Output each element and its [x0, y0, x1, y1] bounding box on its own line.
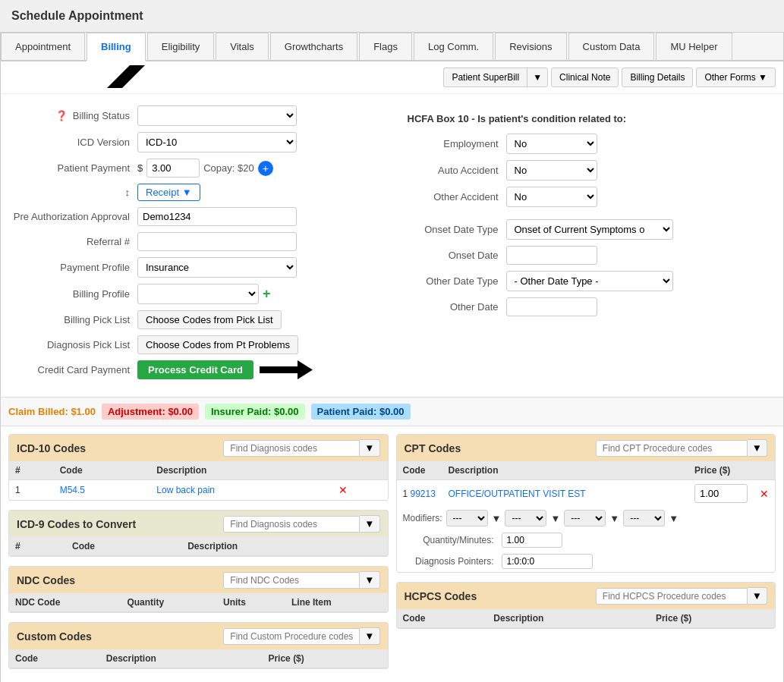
billing-details-button[interactable]: Billing Details — [622, 68, 693, 87]
icd10-col-num: # — [9, 461, 54, 480]
ndc-find-input[interactable] — [223, 572, 360, 589]
custom-find-group: ▼ — [223, 627, 379, 645]
tab-log-comm[interactable]: Log Comm. — [414, 33, 493, 60]
modifiers-row: Modifiers: --- ▼ --- ▼ --- ▼ --- ▼ — [397, 507, 776, 530]
tab-revisions[interactable]: Revisions — [495, 33, 566, 60]
hcpcs-find-group: ▼ — [596, 587, 767, 605]
tab-vitals[interactable]: Vitals — [216, 33, 269, 60]
hcpcs-find-button[interactable]: ▼ — [748, 587, 767, 605]
custom-find-button[interactable]: ▼ — [360, 627, 379, 645]
icd10-row-num: 1 — [9, 480, 54, 501]
tab-eligibility[interactable]: Eligibility — [147, 33, 215, 60]
tab-growthcharts[interactable]: Growthcharts — [270, 33, 357, 60]
icd10-code-link[interactable]: M54.5 — [60, 485, 85, 495]
cpt-price-input[interactable] — [694, 484, 748, 503]
pre-auth-input[interactable] — [137, 207, 297, 226]
cpt-row-delete: ✕ — [754, 480, 775, 508]
tab-appointment[interactable]: Appointment — [1, 33, 85, 60]
payment-profile-row: Payment Profile Insurance — [8, 257, 385, 278]
cpt-desc-link[interactable]: OFFICE/OUTPATIENT VISIT EST — [449, 489, 586, 499]
icd9-find-button[interactable]: ▼ — [360, 515, 379, 533]
cpt-code-link[interactable]: 99213 — [411, 489, 436, 499]
patient-payment-input[interactable] — [146, 159, 200, 178]
ndc-header: NDC Codes ▼ — [9, 567, 388, 593]
help-icon[interactable]: ❓ — [55, 110, 68, 121]
billing-pick-list-button[interactable]: Choose Codes from Pick List — [137, 310, 282, 329]
icd10-find-input[interactable] — [223, 440, 360, 457]
cpt-row-price — [688, 480, 754, 508]
custom-col-code: Code — [9, 649, 100, 668]
modifier-select-3[interactable]: --- — [564, 510, 606, 526]
onset-date-label: Onset Date — [408, 250, 506, 261]
icd9-find-input[interactable] — [223, 516, 360, 533]
receipt-row: ↕ Receipt ▼ — [8, 184, 385, 201]
modifier-select-4[interactable]: --- — [623, 510, 665, 526]
icd-version-select[interactable]: ICD-10 — [137, 132, 297, 152]
cpt-find-input[interactable] — [596, 440, 748, 457]
patient-payment-label: Patient Payment — [8, 162, 137, 174]
cpt-col-action — [754, 461, 775, 480]
icd10-row-description: Low back pain — [150, 480, 332, 501]
cpt-col-price: Price ($) — [688, 461, 754, 480]
tab-custom-data[interactable]: Custom Data — [568, 33, 655, 60]
onset-date-type-select[interactable]: Onset of Current Symptoms o — [506, 219, 673, 240]
modifier-arrow-2: ▼ — [550, 513, 560, 524]
clinical-note-button[interactable]: Clinical Note — [551, 68, 619, 87]
employment-label: Employment — [408, 138, 506, 149]
receipt-icon-label: ↕ — [8, 187, 137, 198]
svg-marker-1 — [260, 360, 313, 379]
cpt-find-group: ▼ — [596, 439, 767, 457]
hcpcs-find-input[interactable] — [596, 588, 748, 605]
billing-pick-list-label: Billing Pick List — [8, 314, 137, 325]
billing-status-select[interactable] — [137, 105, 297, 126]
add-payment-button[interactable]: + — [258, 161, 273, 176]
custom-table: Code Description Price ($) — [9, 649, 388, 668]
ndc-table: NDC Code Quantity Units Line Item — [9, 593, 388, 612]
referral-row: Referral # — [8, 232, 385, 251]
icd10-section: ICD-10 Codes ▼ # Code Description — [8, 434, 389, 501]
tab-mu-helper[interactable]: MU Helper — [656, 33, 732, 60]
tab-flags[interactable]: Flags — [359, 33, 412, 60]
other-date-input[interactable] — [506, 297, 597, 316]
billing-profile-select[interactable] — [137, 284, 259, 304]
custom-col-description: Description — [100, 649, 263, 668]
ndc-col-lineitem: Line Item — [285, 593, 387, 612]
other-forms-button[interactable]: Other Forms ▼ — [696, 68, 776, 87]
process-credit-card-button[interactable]: Process Credit Card — [137, 360, 253, 379]
diag-pointers-input[interactable] — [502, 554, 593, 569]
ndc-find-button[interactable]: ▼ — [360, 571, 379, 589]
employment-row: Employment No Yes — [408, 134, 769, 154]
add-billing-profile-button[interactable]: + — [263, 286, 271, 302]
modifier-select-2[interactable]: --- — [505, 510, 546, 526]
other-accident-label: Other Accident — [408, 191, 506, 203]
modifier-select-1[interactable]: --- — [446, 510, 488, 526]
other-date-type-select[interactable]: - Other Date Type - — [506, 271, 673, 291]
custom-find-input[interactable] — [223, 628, 360, 645]
employment-select[interactable]: No Yes — [506, 134, 597, 154]
referral-input[interactable] — [137, 232, 297, 251]
auto-accident-select[interactable]: No Yes — [506, 160, 597, 181]
other-accident-row: Other Accident No Yes — [408, 187, 769, 207]
onset-date-input[interactable] — [506, 246, 597, 265]
credit-card-row: Credit Card Payment Process Credit Card — [8, 360, 385, 379]
icd10-delete-button[interactable]: ✕ — [338, 484, 348, 496]
pre-auth-label: Pre Authorization Approval — [8, 211, 137, 222]
patient-superbill-dropdown[interactable]: ▼ — [527, 68, 548, 87]
patient-superbill-button[interactable]: Patient SuperBill — [443, 68, 527, 87]
cpt-find-button[interactable]: ▼ — [748, 439, 767, 457]
custom-title: Custom Codes — [17, 630, 92, 643]
payment-profile-label: Payment Profile — [8, 262, 137, 273]
icd9-title: ICD-9 Codes to Convert — [17, 518, 136, 530]
diag-pointers-row: Diagnosis Pointers: — [397, 551, 776, 572]
payment-profile-select[interactable]: Insurance — [137, 257, 297, 278]
receipt-button[interactable]: Receipt ▼ — [137, 184, 200, 201]
onset-date-type-label: Onset Date Type — [408, 224, 506, 235]
quantity-input[interactable] — [502, 533, 562, 548]
other-accident-select[interactable]: No Yes — [506, 187, 597, 207]
diagnosis-pick-list-button[interactable]: Choose Codes from Pt Problems — [137, 335, 298, 354]
icd10-find-button[interactable]: ▼ — [360, 439, 379, 457]
cpt-delete-button[interactable]: ✕ — [760, 488, 769, 500]
custom-col-price: Price ($) — [262, 649, 387, 668]
tab-billing[interactable]: Billing — [87, 33, 146, 61]
icd10-desc-link[interactable]: Low back pain — [156, 485, 215, 495]
